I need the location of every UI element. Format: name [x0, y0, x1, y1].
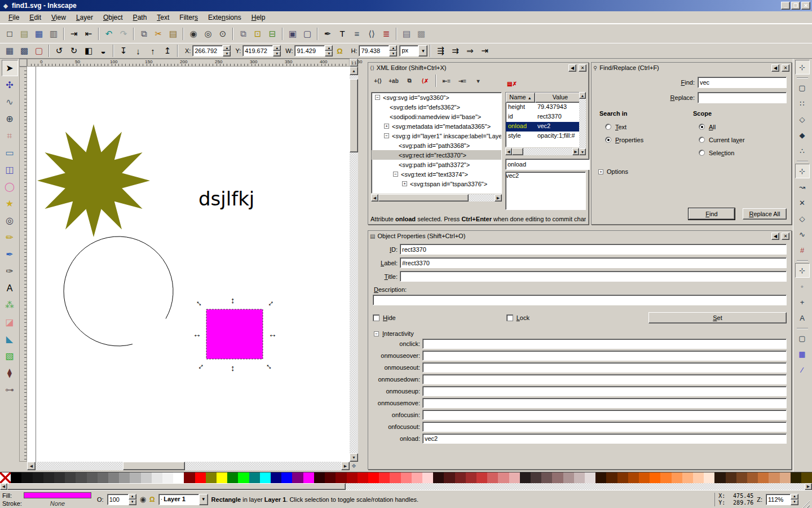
tweak-tool-button[interactable]: ∿	[2, 94, 18, 110]
rect-tool-button[interactable]: ▭	[2, 144, 18, 161]
horizontal-scrollbar[interactable]: ◀ ▶	[27, 462, 350, 470]
palette-swatch[interactable]	[368, 472, 379, 483]
fill-stroke-dialog-button[interactable]: ✒	[320, 27, 335, 41]
h-down-button[interactable]: ▼	[389, 51, 397, 56]
node-menu-button[interactable]: ▾	[470, 74, 486, 87]
unindent-node-button[interactable]: ⇤≡	[439, 74, 454, 87]
palette-swatch[interactable]	[54, 472, 65, 483]
onclick-input[interactable]	[422, 339, 787, 349]
new-text-node-button[interactable]: +ab	[386, 74, 401, 87]
hscroll-thumb[interactable]	[123, 462, 185, 470]
create-clone-button[interactable]: ⊡	[250, 27, 265, 41]
radio-icon[interactable]	[699, 150, 705, 156]
lower-one-step-button[interactable]: ↓	[131, 43, 145, 58]
zoom-selection-button[interactable]: ◉	[186, 27, 201, 41]
close-button[interactable]: ✕	[801, 2, 810, 10]
connector-tool-button[interactable]: ⊶	[2, 382, 18, 398]
label-input[interactable]	[400, 257, 787, 268]
snap-text-baselines-button[interactable]: A	[795, 310, 810, 325]
onmouseover-input[interactable]	[422, 351, 787, 361]
duplicate-button[interactable]: ⧉	[236, 27, 250, 41]
palette-swatch[interactable]	[574, 472, 585, 483]
tree-expander-icon[interactable]: −	[384, 133, 389, 138]
snap-grids-button[interactable]: ▦	[795, 347, 810, 361]
new-document-button[interactable]: □	[2, 27, 17, 41]
snap-nodes-button[interactable]: ⊹	[795, 164, 810, 178]
xml-tree-node[interactable]: −<svg:text id="text3374">	[372, 169, 501, 179]
palette-swatch[interactable]	[33, 472, 43, 483]
measure-tool-button[interactable]: ⌗	[2, 128, 18, 144]
attr-vscroll-track[interactable]	[579, 99, 586, 148]
scale-handle-w[interactable]: ↔	[193, 330, 201, 338]
scope-current-layer-radio[interactable]: Current layer	[699, 133, 745, 146]
palette-swatch[interactable]	[141, 472, 152, 483]
w-up-button[interactable]: ▲	[325, 45, 333, 51]
paste-button[interactable]: ▤	[166, 27, 180, 41]
radio-icon[interactable]	[699, 137, 705, 143]
gradient-tool-button[interactable]: ▧	[2, 348, 18, 364]
objprops-dock-icon[interactable]: ◀	[771, 233, 779, 240]
scroll-up-icon[interactable]: ▲	[350, 67, 358, 75]
select-all-button[interactable]: ▦	[2, 43, 17, 58]
snap-guides-button[interactable]: ∕	[795, 362, 810, 377]
attr-name-header[interactable]: Name ▲	[506, 93, 535, 103]
rotate-90-ccw-button[interactable]: ↺	[52, 43, 67, 58]
palette-swatch[interactable]	[747, 472, 758, 483]
units-combo[interactable]: px ▼	[399, 45, 427, 56]
palette-scrollbar[interactable]: ◀ ▶	[0, 483, 812, 490]
tree-expander-icon[interactable]: −	[375, 95, 380, 100]
id-input[interactable]	[400, 244, 787, 255]
xml-tree-node[interactable]: <svg:rect id="rect3370">	[372, 150, 501, 160]
xml-tree-node[interactable]: −<svg:svg id="svg3360">	[372, 93, 501, 102]
layer-lock-icon[interactable]: Ω	[149, 496, 155, 503]
attribute-row[interactable]: onloadvec2	[506, 122, 585, 132]
align-dialog-button[interactable]: ≣	[379, 27, 394, 41]
attr-vscrollbar[interactable]: ▲ ▼	[579, 92, 586, 155]
snap-path-intersections-button[interactable]: ✕	[795, 195, 810, 210]
xml-tree-node[interactable]: +<svg:metadata id="metadata3365">	[372, 121, 501, 131]
y-input[interactable]	[242, 45, 273, 56]
color-managed-view-icon[interactable]: ❖	[350, 462, 358, 470]
onfocusout-input[interactable]	[422, 422, 787, 432]
palette-swatch[interactable]	[43, 472, 54, 483]
zoom-up-button[interactable]: ▲	[791, 494, 798, 500]
scope-selection-radio[interactable]: Selection	[699, 146, 745, 159]
rotate-90-cw-button[interactable]: ↻	[67, 43, 81, 58]
menu-object[interactable]: Object	[98, 12, 128, 23]
palette-swatch[interactable]	[660, 472, 671, 483]
scroll-right-icon[interactable]: ▶	[341, 462, 350, 470]
open-document-button[interactable]: ▤	[17, 27, 32, 41]
delete-attribute-button[interactable]: ▤✗	[505, 77, 519, 90]
tree-expander-icon[interactable]: +	[402, 181, 407, 186]
xml-tree[interactable]: −<svg:svg id="svg3360"><svg:defs id="def…	[371, 92, 502, 194]
node-tool-button[interactable]: ✣	[2, 77, 18, 93]
palette-swatch[interactable]	[531, 472, 541, 483]
redo-button[interactable]: ↷	[116, 27, 131, 41]
duplicate-node-button[interactable]: ⧉	[401, 74, 417, 87]
menu-help[interactable]: Help	[246, 12, 271, 23]
pencil-tool-button[interactable]: ✏	[2, 229, 18, 246]
select-all-layers-button[interactable]: ▩	[17, 43, 32, 58]
snap-rotation-centers-button[interactable]: +	[795, 295, 810, 309]
deselect-button[interactable]: ▢	[32, 43, 46, 58]
palette-swatch[interactable]	[184, 472, 195, 483]
new-element-node-button[interactable]: +⟨⟩	[370, 74, 386, 87]
replace-all-button[interactable]: Replace All	[743, 208, 787, 220]
palette-scroll-thumb[interactable]	[7, 483, 346, 490]
palette-swatch[interactable]	[347, 472, 358, 483]
opacity-up-button[interactable]: ▲	[129, 494, 136, 500]
layers-dialog-button[interactable]: ≡	[350, 27, 364, 41]
attribute-row[interactable]: height79.437943	[506, 103, 585, 112]
star-shape[interactable]	[37, 124, 150, 237]
layer-dropdown-icon[interactable]: ▼	[199, 494, 208, 505]
options-expander[interactable]: + Options	[598, 168, 791, 175]
zoom-drawing-button[interactable]: ◎	[201, 27, 215, 41]
palette-swatch[interactable]	[390, 472, 400, 483]
zoom-page-button[interactable]: ⊙	[215, 27, 230, 41]
xml-tree-node[interactable]: <svg:path id="path3368">	[372, 141, 501, 150]
palette-swatch[interactable]	[606, 472, 617, 483]
palette-swatch[interactable]	[260, 472, 271, 483]
tree-expander-icon[interactable]: +	[384, 124, 389, 129]
minimize-button[interactable]: _	[781, 2, 790, 10]
hscroll-track[interactable]	[36, 462, 341, 470]
